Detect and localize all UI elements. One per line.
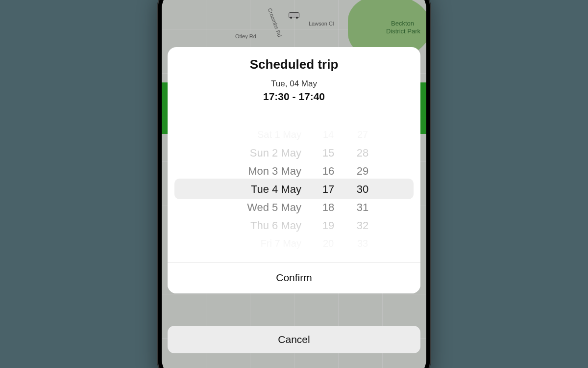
picker-row[interactable]: Sat 1 May <box>257 126 301 144</box>
phone-frame: Tollgate Rd Colman Rd Croombs Rd Lawson … <box>157 0 431 368</box>
picker-row[interactable]: Thu 6 May <box>250 216 301 235</box>
picker-row[interactable]: Mon 3 May <box>248 162 301 180</box>
picker-row[interactable]: Fri 7 May <box>261 235 301 253</box>
confirm-button[interactable]: Confirm <box>168 263 420 293</box>
picker-row[interactable]: 32 <box>357 216 368 235</box>
modal-header: Scheduled trip Tue, 04 May 17:30 - 17:40 <box>168 47 420 110</box>
modal-title: Scheduled trip <box>177 57 411 72</box>
map-label-park1: Beckton <box>391 20 414 27</box>
picker-row[interactable]: 17 <box>322 180 334 198</box>
map-label-otley: Otley Rd <box>235 33 256 39</box>
map-label-croombs: Croombs Rd <box>267 7 283 38</box>
picker-row[interactable]: 27 <box>357 126 368 144</box>
picker-column-minute[interactable]: 27282930313233 <box>345 115 380 263</box>
picker-row[interactable]: 29 <box>357 162 368 180</box>
picker-row[interactable]: 28 <box>357 144 368 162</box>
modal-selected-date: Tue, 04 May <box>177 79 411 89</box>
schedule-modal: Scheduled trip Tue, 04 May 17:30 - 17:40… <box>168 47 420 293</box>
picker-column-date[interactable]: Sat 1 MaySun 2 MayMon 3 MayTue 4 MayWed … <box>208 115 311 263</box>
car-icon <box>289 12 299 18</box>
datetime-picker[interactable]: Sat 1 MaySun 2 MayMon 3 MayTue 4 MayWed … <box>168 115 420 263</box>
picker-row[interactable]: 14 <box>323 126 334 144</box>
picker-row[interactable]: 31 <box>357 198 368 216</box>
picker-row[interactable]: 19 <box>322 216 334 235</box>
modal-selected-time: 17:30 - 17:40 <box>177 91 411 103</box>
map-label-park2: District Park <box>386 27 420 35</box>
picker-row[interactable]: 20 <box>323 235 334 253</box>
picker-row[interactable]: 18 <box>322 198 334 216</box>
picker-row[interactable]: 33 <box>357 235 368 253</box>
picker-row[interactable]: 15 <box>322 144 334 162</box>
picker-row[interactable]: Wed 5 May <box>247 198 301 216</box>
picker-column-hour[interactable]: 14151617181920 <box>311 115 345 263</box>
cancel-button[interactable]: Cancel <box>168 326 420 353</box>
picker-row[interactable]: Tue 4 May <box>251 180 301 198</box>
picker-row[interactable]: 30 <box>357 180 368 198</box>
map-label-lawson: Lawson Cl <box>309 21 334 26</box>
picker-row[interactable]: 16 <box>322 162 334 180</box>
picker-row[interactable]: Sun 2 May <box>250 144 301 162</box>
phone-screen: Tollgate Rd Colman Rd Croombs Rd Lawson … <box>162 0 426 368</box>
